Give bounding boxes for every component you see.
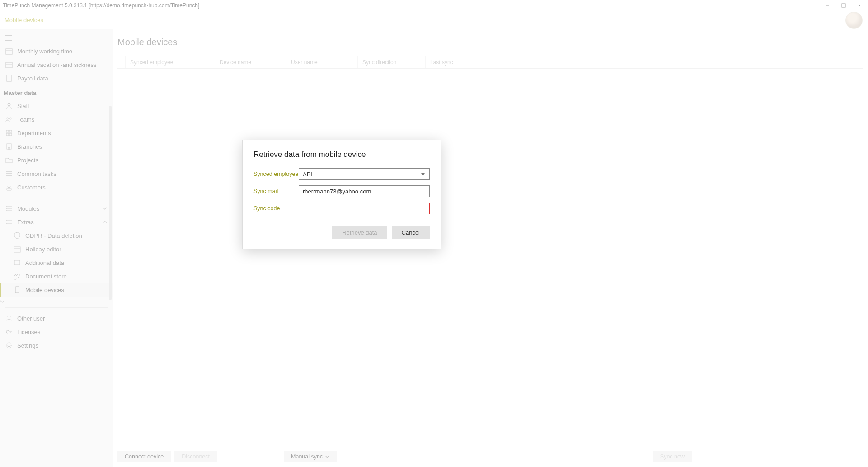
cancel-button[interactable]: Cancel <box>392 226 430 239</box>
sync-code-input[interactable] <box>299 203 430 214</box>
synced-employee-label: Synced employee <box>253 171 299 177</box>
synced-employee-value: API <box>303 171 312 178</box>
sync-mail-label: Sync mail <box>253 188 299 194</box>
sync-mail-input[interactable]: rherrmann73@yahoo.com <box>299 185 430 197</box>
sync-mail-value: rherrmann73@yahoo.com <box>303 188 371 195</box>
retrieve-data-dialog: Retrieve data from mobile device Synced … <box>242 140 441 249</box>
dialog-title: Retrieve data from mobile device <box>253 150 430 159</box>
synced-employee-select[interactable]: API <box>299 168 430 180</box>
sync-code-label: Sync code <box>253 205 299 212</box>
retrieve-data-button[interactable]: Retrieve data <box>332 226 387 239</box>
